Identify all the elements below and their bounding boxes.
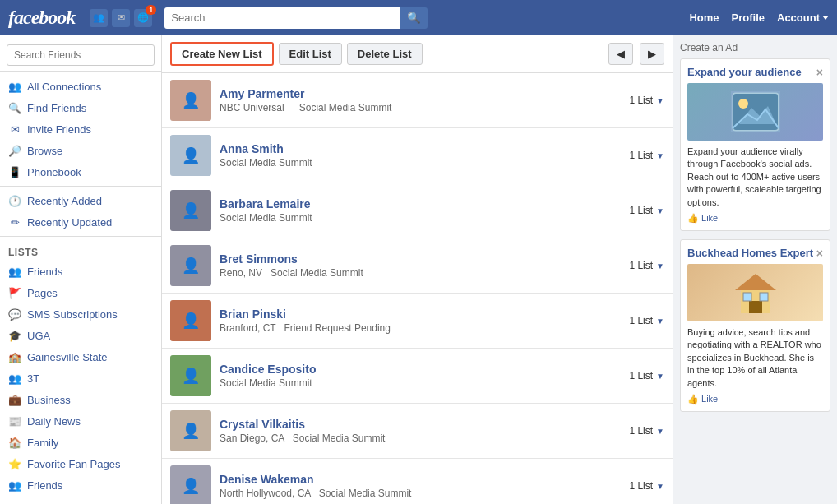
friend-info: Brian Pinski Branford, CT Friend Request… xyxy=(220,307,629,334)
top-nav: facebook 👥 ✉ 🌐 1 🔍 Home Profile Account xyxy=(0,0,837,35)
people-icon: 👥 xyxy=(8,80,21,93)
sidebar-item-daily-news[interactable]: 📰 Daily News xyxy=(0,410,161,432)
friend-sub: North Hollywood, CA Social Media Summit xyxy=(220,488,629,499)
right-sidebar: Create an Ad Expand your audience × Expa… xyxy=(673,35,837,504)
sidebar-label-favorite-fan-pages: Favorite Fan Pages xyxy=(27,458,120,470)
table-row: 👤 Amy Parmenter NBC Universal Social Med… xyxy=(162,73,673,128)
home-link[interactable]: Home xyxy=(689,12,719,24)
sidebar-item-gainesville-state[interactable]: 🏫 Gainesville State xyxy=(0,346,161,368)
sidebar-search-container xyxy=(0,39,161,72)
friend-list-tag[interactable]: 1 List ▼ xyxy=(629,315,664,326)
toolbar: Create New List Edit List Delete List ◀ … xyxy=(162,35,673,73)
friend-info: Crystal Vilkaitis San Diego, CA Social M… xyxy=(220,418,629,444)
search-input[interactable] xyxy=(164,7,400,29)
avatar: 👤 xyxy=(170,80,211,121)
dropdown-arrow-icon: ▼ xyxy=(656,206,664,215)
create-new-list-button[interactable]: Create New List xyxy=(170,42,274,66)
sidebar-item-phonebook[interactable]: 📱 Phonebook xyxy=(0,161,161,183)
friend-sub: Branford, CT Friend Request Pending xyxy=(220,322,629,334)
messages-icon[interactable]: ✉ xyxy=(112,9,130,27)
table-row: 👤 Bret Simmons Reno, NV Social Media Sum… xyxy=(162,238,673,294)
lists-section-label: Lists xyxy=(0,240,161,261)
friends-list-icon: 👥 xyxy=(8,265,21,278)
avatar: 👤 xyxy=(170,355,211,396)
sidebar-item-uga[interactable]: 🎓 UGA xyxy=(0,325,161,346)
search-friends-input[interactable] xyxy=(7,44,155,66)
separator xyxy=(290,102,293,113)
ad-close-buckhead-button[interactable]: × xyxy=(816,247,823,260)
search-button[interactable]: 🔍 xyxy=(400,7,428,29)
sidebar-item-3t[interactable]: 👥 3T xyxy=(0,368,161,389)
friend-name[interactable]: Bret Simmons xyxy=(220,252,629,266)
avatar: 👤 xyxy=(170,465,211,504)
friend-list-tag[interactable]: 1 List ▼ xyxy=(629,150,664,161)
dropdown-arrow-icon: ▼ xyxy=(656,261,664,270)
friend-list-tag[interactable]: 1 List ▼ xyxy=(629,480,664,492)
flag-icon: 🚩 xyxy=(8,286,21,299)
profile-link[interactable]: Profile xyxy=(732,12,765,24)
friend-name[interactable]: Barbara Lemaire xyxy=(220,197,629,210)
notifications-icon[interactable]: 🌐 1 xyxy=(134,9,152,27)
sidebar-item-browse[interactable]: 🔎 Browse xyxy=(0,140,161,161)
account-button[interactable]: Account xyxy=(777,12,829,24)
friend-list-tag[interactable]: 1 List ▼ xyxy=(629,95,664,106)
ad-close-button[interactable]: × xyxy=(816,66,823,79)
sidebar-label-friends2: Friends xyxy=(27,479,62,492)
delete-list-button[interactable]: Delete List xyxy=(347,43,423,65)
friend-name[interactable]: Amy Parmenter xyxy=(220,87,629,100)
friend-list-tag[interactable]: 1 List ▼ xyxy=(629,370,664,381)
friend-name[interactable]: Anna Smith xyxy=(220,142,629,155)
friend-list-tag[interactable]: 1 List ▼ xyxy=(629,260,664,271)
edit-list-button[interactable]: Edit List xyxy=(279,43,342,65)
sidebar-item-friends[interactable]: 👥 Friends xyxy=(0,261,161,282)
friend-name[interactable]: Brian Pinski xyxy=(220,307,629,321)
sidebar-item-favorite-fan-pages[interactable]: ⭐ Favorite Fan Pages xyxy=(0,453,161,474)
svg-rect-6 xyxy=(749,301,762,313)
nav-prev-button[interactable]: ◀ xyxy=(608,43,633,65)
create-an-ad-label: Create an Ad xyxy=(680,42,830,53)
friend-company: San Diego, CA xyxy=(220,432,284,444)
sidebar-item-pages[interactable]: 🚩 Pages xyxy=(0,282,161,303)
sidebar-item-business[interactable]: 💼 Business xyxy=(0,389,161,410)
gainesville-icon: 🏫 xyxy=(8,350,21,363)
nav-next-button[interactable]: ▶ xyxy=(640,43,664,65)
sidebar-label-phonebook: Phonebook xyxy=(27,166,81,178)
sidebar-item-family[interactable]: 🏠 Family xyxy=(0,432,161,453)
friend-name[interactable]: Candice Esposito xyxy=(220,363,629,376)
friend-event: Social Media Summit xyxy=(271,267,363,279)
sidebar-label-friends: Friends xyxy=(27,266,62,278)
table-row: 👤 Barbara Lemaire Social Media Summit 1 … xyxy=(162,183,673,238)
sidebar-item-recently-updated[interactable]: ✏ Recently Updated xyxy=(0,211,161,233)
sidebar-item-sms-subscriptions[interactable]: 💬 SMS Subscriptions xyxy=(0,303,161,325)
nav-icons: 👥 ✉ 🌐 1 xyxy=(90,9,152,27)
3t-icon: 👥 xyxy=(8,372,21,385)
family-icon: 🏠 xyxy=(8,436,21,449)
content-area: Create New List Edit List Delete List ◀ … xyxy=(162,35,673,504)
sidebar-item-all-connections[interactable]: 👥 All Connections xyxy=(0,76,161,97)
sidebar-item-find-friends[interactable]: 🔍 Find Friends xyxy=(0,97,161,118)
sidebar-label-invite-friends: Invite Friends xyxy=(27,123,91,136)
table-row: 👤 Denise Wakeman North Hollywood, CA Soc… xyxy=(162,459,673,504)
friend-info: Bret Simmons Reno, NV Social Media Summi… xyxy=(220,252,629,279)
sidebar: 👥 All Connections 🔍 Find Friends ✉ Invit… xyxy=(0,35,162,504)
svg-marker-4 xyxy=(735,274,776,290)
friend-event: Social Media Summit xyxy=(293,432,386,444)
friend-company: NBC Universal xyxy=(220,102,284,113)
sms-icon: 💬 xyxy=(8,307,21,321)
friend-event: Social Media Summit xyxy=(299,102,392,113)
sidebar-label-business: Business xyxy=(27,394,71,406)
friend-list-tag[interactable]: 1 List ▼ xyxy=(629,205,664,216)
sidebar-item-friends2[interactable]: 👥 Friends xyxy=(0,474,161,496)
friend-name[interactable]: Denise Wakeman xyxy=(220,473,629,486)
friend-info: Barbara Lemaire Social Media Summit xyxy=(220,197,629,224)
friend-name[interactable]: Crystal Vilkaitis xyxy=(220,418,629,431)
friend-sub: Reno, NV Social Media Summit xyxy=(220,267,629,279)
ad-like-expand[interactable]: 👍 Like xyxy=(687,213,823,224)
friend-list-tag[interactable]: 1 List ▼ xyxy=(629,425,664,437)
sidebar-item-recently-added[interactable]: 🕐 Recently Added xyxy=(0,190,161,211)
friend-info: Candice Esposito Social Media Summit xyxy=(220,363,629,389)
friends-icon[interactable]: 👥 xyxy=(90,9,108,27)
ad-like-buckhead[interactable]: 👍 Like xyxy=(687,394,823,405)
sidebar-item-invite-friends[interactable]: ✉ Invite Friends xyxy=(0,118,161,140)
sidebar-label-recently-added: Recently Added xyxy=(27,195,102,207)
